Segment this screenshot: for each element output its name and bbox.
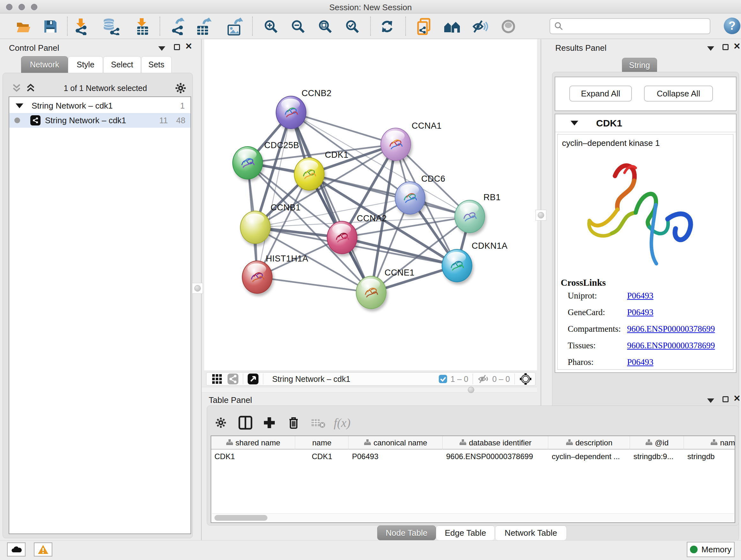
hide-eye-icon[interactable] bbox=[471, 18, 488, 35]
tab-node-table[interactable]: Node Table bbox=[377, 525, 436, 540]
sphere-eye-icon[interactable] bbox=[499, 18, 517, 35]
zoom-in-icon[interactable] bbox=[262, 18, 280, 35]
table-panel-float-icon[interactable] bbox=[723, 396, 729, 403]
zoom-fit-icon[interactable] bbox=[316, 18, 334, 35]
column-header-name[interactable]: name bbox=[295, 436, 348, 449]
table-cell[interactable]: P06493 bbox=[349, 450, 443, 463]
edge-CCNB2-HIST1H1A[interactable] bbox=[257, 112, 291, 277]
gene-expander-icon[interactable] bbox=[570, 121, 578, 125]
zoom-selected-icon[interactable] bbox=[343, 18, 361, 35]
column-header-id[interactable]: @id bbox=[630, 436, 684, 449]
edge-HIST1H1A-CCNE1[interactable] bbox=[257, 277, 371, 293]
crosslink-value-link[interactable]: 9606.ENSP00000378699 bbox=[627, 341, 715, 351]
export-network-icon[interactable] bbox=[169, 18, 187, 35]
table-cell[interactable]: stringdb bbox=[684, 450, 735, 463]
node-ccne1[interactable] bbox=[356, 276, 387, 309]
open-session-icon[interactable] bbox=[14, 18, 32, 35]
hidden-eye-icon[interactable] bbox=[477, 374, 489, 384]
table-panel-close-icon[interactable]: ✕ bbox=[733, 395, 741, 402]
birds-eye-view-icon[interactable] bbox=[248, 374, 259, 384]
scrollbar-thumb[interactable] bbox=[214, 515, 267, 521]
crosslink-value-link[interactable]: P06493 bbox=[627, 307, 654, 317]
houses-icon[interactable] bbox=[443, 18, 461, 35]
crosslink-value-link[interactable]: 9606.ENSP00000378699 bbox=[627, 324, 715, 334]
network-row[interactable]: String Network – cdk1 11 48 bbox=[9, 113, 191, 128]
results-panel-menu-icon[interactable] bbox=[707, 46, 714, 52]
import-network-icon[interactable] bbox=[72, 18, 90, 35]
left-splitter-handle[interactable] bbox=[192, 283, 203, 294]
collection-expander-icon[interactable] bbox=[16, 104, 23, 108]
tab-string[interactable]: String bbox=[622, 58, 657, 72]
node-cdk1[interactable] bbox=[294, 158, 325, 191]
import-network-from-database-icon[interactable] bbox=[102, 18, 120, 35]
network-options-gear-icon[interactable] bbox=[174, 82, 187, 95]
memory-button[interactable]: Memory bbox=[687, 542, 735, 557]
grid-view-icon[interactable] bbox=[212, 374, 222, 384]
clone-network-icon[interactable] bbox=[415, 18, 433, 35]
tab-sets[interactable]: Sets bbox=[141, 56, 172, 73]
collapse-all-chevron-icon[interactable] bbox=[11, 83, 22, 94]
column-header-namespace[interactable]: namespace bbox=[684, 436, 735, 449]
table-cell[interactable]: cyclin–dependent ... bbox=[549, 450, 630, 463]
collapse-all-button[interactable]: Collapse All bbox=[644, 85, 713, 102]
table-panel-menu-icon[interactable] bbox=[707, 398, 714, 404]
fit-crosshair-icon[interactable] bbox=[519, 373, 532, 385]
node-ccna2[interactable] bbox=[327, 221, 357, 254]
network-collection-row[interactable]: String Network – cdk1 1 bbox=[9, 98, 191, 113]
tab-select[interactable]: Select bbox=[103, 56, 141, 73]
expand-all-chevron-icon[interactable] bbox=[25, 83, 37, 94]
selected-checkbox-icon[interactable] bbox=[439, 374, 448, 383]
node-cdc25b[interactable] bbox=[232, 146, 263, 179]
warnings-button[interactable] bbox=[34, 543, 52, 557]
help-icon[interactable]: ? bbox=[724, 17, 740, 34]
refresh-icon[interactable] bbox=[378, 18, 396, 35]
horizontal-scrollbar[interactable] bbox=[212, 513, 734, 522]
crosslink-value-link[interactable]: P06493 bbox=[627, 291, 654, 301]
show-columns-icon[interactable] bbox=[237, 414, 254, 432]
network-view-canvas[interactable]: CCNB2CCNA1CDC25BCDK1CDC6RB1CCNB1CCNA2CDK… bbox=[204, 39, 537, 370]
right-splitter-handle[interactable] bbox=[536, 210, 546, 221]
node-ccnb1[interactable] bbox=[240, 211, 271, 244]
expand-all-button[interactable]: Expand All bbox=[569, 85, 632, 102]
edge-CCNB2-CCNE1[interactable] bbox=[291, 112, 371, 293]
crosslink-value-link[interactable]: P06493 bbox=[627, 357, 654, 367]
import-table-icon[interactable] bbox=[133, 18, 151, 35]
delete-column-icon[interactable] bbox=[285, 414, 302, 432]
control-panel-menu-icon[interactable] bbox=[158, 46, 165, 52]
table-cell[interactable]: 9606.ENSP00000378699 bbox=[443, 450, 548, 463]
add-column-icon[interactable] bbox=[260, 414, 278, 432]
control-panel-float-icon[interactable] bbox=[174, 44, 180, 51]
node-rb1[interactable] bbox=[455, 200, 485, 233]
horizontal-splitter[interactable] bbox=[202, 387, 537, 393]
tab-edge-table[interactable]: Edge Table bbox=[436, 525, 495, 540]
column-header-databaseidentifier[interactable]: database identifier bbox=[443, 436, 548, 449]
table-cell[interactable]: stringdb:9... bbox=[630, 450, 684, 463]
node-cdkn1a[interactable] bbox=[442, 249, 472, 282]
node-cdc6[interactable] bbox=[395, 181, 425, 214]
table-cell[interactable]: CDK1 bbox=[295, 450, 348, 463]
edge-CCNB2-CCNA1[interactable] bbox=[291, 112, 396, 144]
node-hist1h1a[interactable] bbox=[242, 260, 273, 294]
export-image-icon[interactable] bbox=[226, 18, 244, 35]
gene-section-header[interactable]: CDK1 bbox=[555, 114, 736, 132]
export-table-icon[interactable] bbox=[195, 18, 212, 35]
column-header-sharedname[interactable]: shared name bbox=[211, 436, 295, 449]
table-gear-icon[interactable] bbox=[212, 414, 230, 432]
search-input[interactable] bbox=[563, 22, 704, 30]
tab-style[interactable]: Style bbox=[68, 56, 103, 73]
cloud-button[interactable] bbox=[7, 543, 25, 557]
results-panel-close-icon[interactable]: ✕ bbox=[733, 44, 741, 51]
save-session-icon[interactable] bbox=[42, 18, 59, 35]
column-header-canonicalname[interactable]: canonical name bbox=[349, 436, 443, 449]
zoom-out-icon[interactable] bbox=[289, 18, 307, 35]
horizontal-splitter-handle[interactable] bbox=[468, 387, 474, 393]
tab-network[interactable]: Network bbox=[21, 56, 68, 73]
control-panel-close-icon[interactable]: ✕ bbox=[185, 44, 192, 51]
node-ccnb2[interactable] bbox=[276, 96, 307, 129]
column-header-description[interactable]: description bbox=[549, 436, 630, 449]
results-panel-float-icon[interactable] bbox=[723, 44, 729, 51]
table-cell[interactable]: CDK1 bbox=[211, 450, 295, 463]
node-ccna1[interactable] bbox=[381, 128, 411, 161]
tab-network-table[interactable]: Network Table bbox=[495, 525, 567, 540]
search-box[interactable] bbox=[549, 18, 711, 34]
